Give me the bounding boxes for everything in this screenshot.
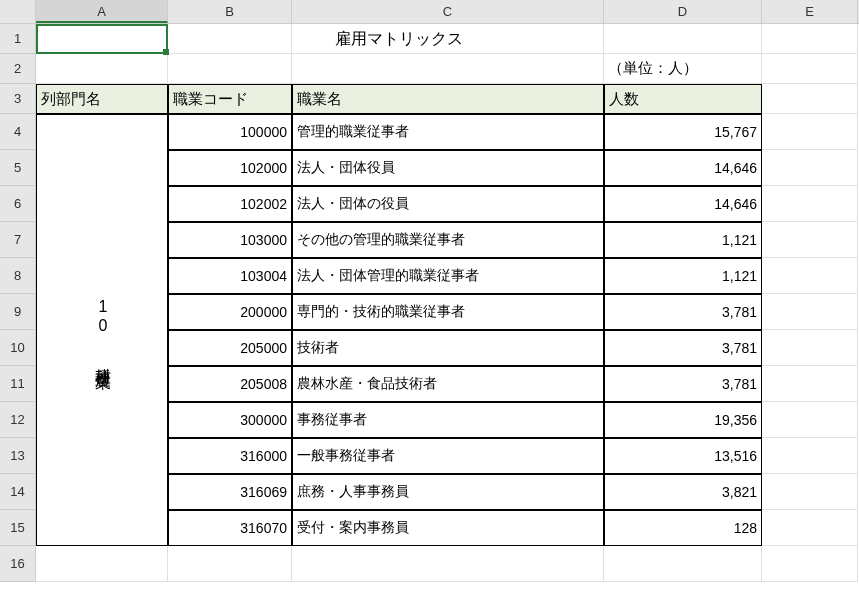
code-cell[interactable]: 103000 [168, 222, 292, 258]
row-header-7[interactable]: 7 [0, 222, 36, 258]
col-header-E[interactable]: E [762, 0, 858, 23]
cell-E7[interactable] [762, 222, 858, 258]
code-cell[interactable]: 200000 [168, 294, 292, 330]
cell-E4[interactable] [762, 114, 858, 150]
row-header-4[interactable]: 4 [0, 114, 36, 150]
cell-E12[interactable] [762, 402, 858, 438]
name-cell[interactable]: 管理的職業従事者 [292, 114, 604, 150]
code-cell[interactable]: 205008 [168, 366, 292, 402]
cell-C1[interactable] [292, 24, 604, 54]
name-cell[interactable]: 一般事務従事者 [292, 438, 604, 474]
name-cell[interactable]: 庶務・人事事務員 [292, 474, 604, 510]
cell-D16[interactable] [604, 546, 762, 582]
col-header-B[interactable]: B [168, 0, 292, 23]
row-16: 16 [0, 546, 859, 582]
code-cell[interactable]: 316070 [168, 510, 292, 546]
row-header-13[interactable]: 13 [0, 438, 36, 474]
cell-E14[interactable] [762, 474, 858, 510]
col-header-A[interactable]: A [36, 0, 168, 23]
name-cell[interactable]: 専門的・技術的職業従事者 [292, 294, 604, 330]
count-cell[interactable]: 1,121 [604, 222, 762, 258]
code-cell[interactable]: 300000 [168, 402, 292, 438]
count-cell[interactable]: 1,121 [604, 258, 762, 294]
cell-B1[interactable] [168, 24, 292, 54]
sector-merged-cell[interactable]: 10 耕種農業 [36, 114, 168, 546]
code-cell[interactable]: 102002 [168, 186, 292, 222]
cell-E11[interactable] [762, 366, 858, 402]
row-header-8[interactable]: 8 [0, 258, 36, 294]
cell-E9[interactable] [762, 294, 858, 330]
cell-A1[interactable] [36, 24, 168, 54]
count-cell[interactable]: 3,781 [604, 366, 762, 402]
name-cell[interactable]: その他の管理的職業従事者 [292, 222, 604, 258]
row-header-3[interactable]: 3 [0, 84, 36, 114]
cell-E8[interactable] [762, 258, 858, 294]
row-header-1[interactable]: 1 [0, 24, 36, 54]
cell-A2[interactable] [36, 54, 168, 84]
cell-B2[interactable] [168, 54, 292, 84]
cell-E16[interactable] [762, 546, 858, 582]
row-header-16[interactable]: 16 [0, 546, 36, 582]
name-cell[interactable]: 事務従事者 [292, 402, 604, 438]
count-cell[interactable]: 14,646 [604, 186, 762, 222]
cell-D1[interactable] [604, 24, 762, 54]
row-header-15[interactable]: 15 [0, 510, 36, 546]
count-cell[interactable]: 3,821 [604, 474, 762, 510]
row-header-10[interactable]: 10 [0, 330, 36, 366]
cell-C2[interactable] [292, 54, 604, 84]
cell-A16[interactable] [36, 546, 168, 582]
row-header-5[interactable]: 5 [0, 150, 36, 186]
header-colC[interactable]: 職業名 [292, 84, 604, 114]
row-header-12[interactable]: 12 [0, 402, 36, 438]
col-header-C[interactable]: C [292, 0, 604, 23]
cell-E13[interactable] [762, 438, 858, 474]
col-header-D[interactable]: D [604, 0, 762, 23]
row-header-9[interactable]: 9 [0, 294, 36, 330]
cell-C16[interactable] [292, 546, 604, 582]
row-header-14[interactable]: 14 [0, 474, 36, 510]
code-cell[interactable]: 205000 [168, 330, 292, 366]
row-header-11[interactable]: 11 [0, 366, 36, 402]
name-cell[interactable]: 受付・案内事務員 [292, 510, 604, 546]
header-colB[interactable]: 職業コード [168, 84, 292, 114]
header-colD[interactable]: 人数 [604, 84, 762, 114]
code-cell[interactable]: 100000 [168, 114, 292, 150]
code-cell[interactable]: 316000 [168, 438, 292, 474]
row-header-6[interactable]: 6 [0, 186, 36, 222]
cell-E6[interactable] [762, 186, 858, 222]
cell-B16[interactable] [168, 546, 292, 582]
cell-E2[interactable] [762, 54, 858, 84]
select-all-corner[interactable] [0, 0, 36, 23]
count-cell[interactable]: 3,781 [604, 294, 762, 330]
name-cell[interactable]: 法人・団体の役員 [292, 186, 604, 222]
row-header-2[interactable]: 2 [0, 54, 36, 84]
code-cell[interactable]: 102000 [168, 150, 292, 186]
unit-cell[interactable]: （単位：人） [604, 54, 762, 84]
name-cell[interactable]: 農林水産・食品技術者 [292, 366, 604, 402]
row-1: 1 [0, 24, 859, 54]
cell-E1[interactable] [762, 24, 858, 54]
name-cell[interactable]: 技術者 [292, 330, 604, 366]
count-cell[interactable]: 3,781 [604, 330, 762, 366]
header-colA[interactable]: 列部門名 [36, 84, 168, 114]
count-cell[interactable]: 15,767 [604, 114, 762, 150]
cell-E5[interactable] [762, 150, 858, 186]
cell-E3[interactable] [762, 84, 858, 114]
row-3: 3 列部門名 職業コード 職業名 人数 [0, 84, 859, 114]
count-cell[interactable]: 14,646 [604, 150, 762, 186]
code-cell[interactable]: 103004 [168, 258, 292, 294]
row-2: 2 （単位：人） [0, 54, 859, 84]
name-cell[interactable]: 法人・団体管理的職業従事者 [292, 258, 604, 294]
cell-E15[interactable] [762, 510, 858, 546]
code-cell[interactable]: 316069 [168, 474, 292, 510]
column-headers: A B C D E [0, 0, 859, 24]
count-cell[interactable]: 13,516 [604, 438, 762, 474]
count-cell[interactable]: 128 [604, 510, 762, 546]
name-cell[interactable]: 法人・団体役員 [292, 150, 604, 186]
cell-E10[interactable] [762, 330, 858, 366]
count-cell[interactable]: 19,356 [604, 402, 762, 438]
spreadsheet: A B C D E 1 雇用マトリックス 2 （単位：人） 3 列部門名 職業コ… [0, 0, 859, 598]
